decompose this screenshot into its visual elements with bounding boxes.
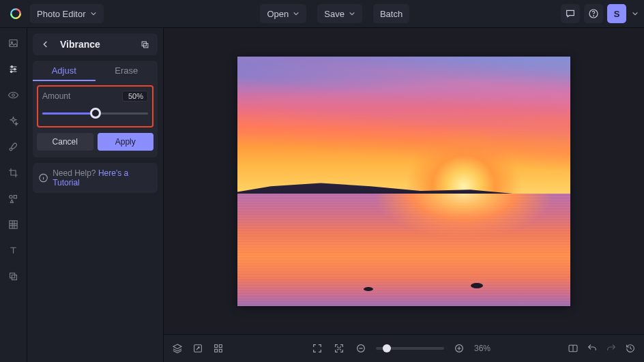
help-button[interactable]	[584, 4, 603, 23]
zoom-in-button[interactable]	[452, 342, 466, 355]
avatar[interactable]: S	[607, 4, 626, 23]
svg-rect-3	[10, 40, 17, 46]
undo-button[interactable]	[585, 342, 599, 355]
sparkle-tool[interactable]	[5, 112, 22, 129]
eye-icon	[8, 89, 19, 101]
layers-icon	[172, 343, 183, 354]
eye-tool[interactable]	[5, 87, 22, 103]
svg-rect-13	[10, 273, 15, 277]
chevron-down-icon[interactable]	[632, 10, 639, 17]
grid-icon	[213, 343, 224, 354]
layers-tool[interactable]	[5, 268, 22, 284]
compare-button[interactable]	[566, 342, 580, 355]
app-switcher[interactable]: Photo Editor	[30, 4, 104, 23]
texture-tool[interactable]	[5, 216, 22, 232]
apply-button[interactable]: Apply	[98, 133, 154, 151]
svg-point-8	[12, 93, 15, 96]
history-button[interactable]	[624, 342, 637, 355]
grid-button[interactable]	[211, 342, 225, 355]
crop-icon	[8, 167, 19, 179]
svg-point-5	[11, 65, 13, 67]
svg-rect-19	[215, 345, 218, 348]
fit-button[interactable]	[332, 342, 346, 355]
cancel-button[interactable]: Cancel	[37, 133, 93, 151]
layers-button[interactable]	[171, 342, 184, 355]
panel-tabs: Adjust Erase	[33, 61, 158, 81]
slider-fill	[42, 112, 96, 115]
shapes-icon	[8, 193, 19, 205]
amount-label: Amount	[42, 91, 70, 101]
crop-tool[interactable]	[5, 164, 22, 181]
brush-icon	[8, 141, 19, 153]
brush-tool[interactable]	[5, 138, 22, 155]
text-tool[interactable]	[5, 242, 22, 258]
comment-icon	[565, 8, 576, 19]
tool-sidebar	[0, 28, 27, 362]
amount-highlight: Amount 50%	[37, 85, 153, 127]
zoom-slider[interactable]	[376, 347, 444, 350]
batch-label: Batch	[380, 9, 402, 19]
svg-rect-11	[14, 195, 16, 198]
top-bar: Photo Editor Open Save Batch S	[0, 0, 644, 28]
fullscreen-button[interactable]	[310, 342, 324, 355]
avatar-letter: S	[614, 9, 620, 19]
export-button[interactable]	[191, 342, 205, 355]
svg-point-2	[594, 16, 594, 16]
image-icon	[8, 37, 19, 49]
chevron-down-icon	[349, 10, 355, 17]
text-icon	[8, 245, 19, 256]
info-icon	[38, 172, 48, 183]
open-label: Open	[267, 9, 289, 19]
compare-icon	[568, 343, 579, 354]
svg-rect-14	[12, 275, 16, 280]
open-button[interactable]: Open	[260, 4, 306, 23]
svg-rect-21	[215, 349, 218, 352]
zoom-thumb[interactable]	[383, 344, 391, 352]
svg-point-10	[10, 195, 12, 198]
svg-rect-20	[219, 345, 222, 348]
sliders-tool[interactable]	[5, 61, 22, 77]
panel-header: Vibrance	[33, 33, 158, 55]
back-button[interactable]	[38, 37, 53, 52]
svg-point-7	[10, 70, 12, 72]
zoom-out-button[interactable]	[354, 342, 368, 355]
amount-value-box[interactable]: 50%	[122, 91, 148, 102]
history-icon	[625, 343, 636, 354]
app-name-label: Photo Editor	[37, 9, 86, 19]
help-row[interactable]: Need Help? Here's a Tutorial	[33, 163, 158, 193]
minus-circle-icon	[355, 343, 366, 354]
zoom-value: 36%	[474, 344, 497, 353]
tab-adjust[interactable]: Adjust	[33, 61, 96, 81]
svg-point-9	[10, 148, 12, 151]
image-tool[interactable]	[5, 35, 22, 51]
save-button[interactable]: Save	[317, 4, 362, 23]
svg-point-6	[14, 68, 16, 70]
chevron-down-icon	[293, 10, 299, 17]
panel-copy-button[interactable]	[137, 37, 152, 52]
svg-rect-15	[142, 42, 146, 46]
sparkle-icon	[8, 115, 19, 127]
sliders-icon	[8, 63, 19, 75]
svg-rect-22	[219, 349, 222, 352]
logo-icon	[10, 7, 22, 20]
canvas-area[interactable]	[164, 28, 644, 334]
texture-icon	[8, 219, 19, 230]
image-canvas[interactable]	[237, 57, 570, 306]
chevron-down-icon	[90, 10, 97, 17]
app-logo[interactable]	[5, 4, 26, 23]
export-icon	[192, 343, 203, 354]
slider-thumb[interactable]	[90, 108, 101, 119]
plus-circle-icon	[454, 343, 465, 354]
comments-button[interactable]	[561, 4, 580, 23]
copy-icon	[8, 271, 19, 282]
vibrance-box: Adjust Erase Amount 50% Cancel Apply	[33, 61, 158, 157]
redo-icon	[606, 343, 617, 354]
panel-title: Vibrance	[56, 39, 134, 50]
redo-button[interactable]	[604, 342, 618, 355]
adjust-panel: Vibrance Adjust Erase Amount 50% Cancel …	[27, 28, 164, 362]
shapes-tool[interactable]	[5, 190, 22, 207]
amount-slider[interactable]	[42, 107, 148, 119]
batch-button[interactable]: Batch	[373, 4, 409, 23]
copy-icon	[140, 40, 150, 50]
tab-erase[interactable]: Erase	[96, 61, 158, 81]
